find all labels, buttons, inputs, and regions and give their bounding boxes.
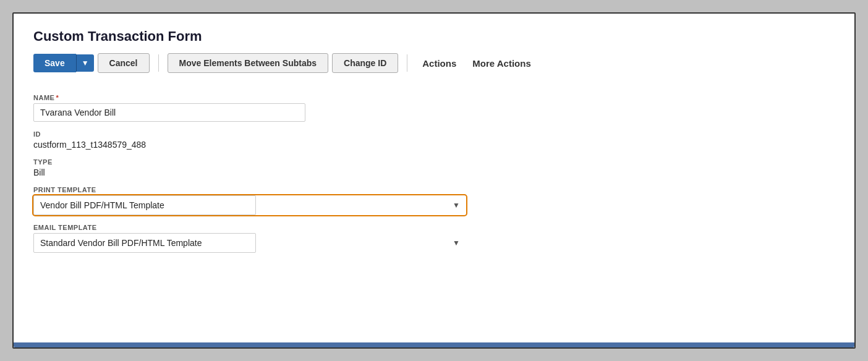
print-template-select[interactable]: Vendor Bill PDF/HTML Template Standard T… (33, 195, 256, 215)
email-template-dropdown-icon: ▼ (453, 239, 460, 247)
type-value: Bill (33, 168, 466, 177)
cancel-button[interactable]: Cancel (98, 53, 150, 73)
id-label: ID (33, 130, 466, 138)
toolbar-separator-2 (407, 54, 407, 72)
change-id-button[interactable]: Change ID (332, 53, 398, 73)
email-template-label: EMAIL TEMPLATE (33, 224, 466, 231)
email-template-field-group: EMAIL TEMPLATE Standard Vendor Bill PDF/… (33, 224, 466, 253)
save-dropdown-icon: ▼ (82, 59, 89, 67)
name-required: * (56, 94, 59, 101)
name-field-group: NAME* (33, 94, 466, 122)
name-input[interactable] (33, 103, 305, 122)
move-elements-button[interactable]: Move Elements Between Subtabs (168, 53, 329, 73)
name-label: NAME* (33, 94, 466, 101)
more-actions-button[interactable]: More Actions (466, 54, 537, 73)
form-section: NAME* ID custform_113_t1348579_488 TYPE … (33, 94, 466, 253)
actions-button[interactable]: Actions (416, 54, 462, 73)
email-template-select[interactable]: Standard Vendor Bill PDF/HTML Template C… (33, 233, 256, 253)
id-field-group: ID custform_113_t1348579_488 (33, 130, 466, 150)
save-dropdown-button[interactable]: ▼ (76, 54, 94, 72)
type-field-group: TYPE Bill (33, 158, 466, 177)
toolbar: Save ▼ Cancel Move Elements Between Subt… (33, 53, 835, 79)
print-template-dropdown-icon: ▼ (453, 201, 460, 210)
main-window: Custom Transaction Form Save ▼ Cancel Mo… (12, 12, 856, 349)
type-label: TYPE (33, 158, 466, 166)
bottom-bar (14, 342, 854, 347)
save-button-group: Save ▼ (33, 54, 94, 72)
print-template-field-group: PRINT TEMPLATE Vendor Bill PDF/HTML Temp… (33, 186, 466, 215)
email-template-select-wrapper: Standard Vendor Bill PDF/HTML Template C… (33, 233, 466, 253)
print-template-select-wrapper: Vendor Bill PDF/HTML Template Standard T… (33, 195, 466, 215)
print-template-label: PRINT TEMPLATE (33, 186, 466, 193)
id-value: custform_113_t1348579_488 (33, 140, 466, 150)
save-button[interactable]: Save (33, 54, 76, 72)
page-title: Custom Transaction Form (33, 28, 835, 45)
toolbar-separator-1 (158, 54, 159, 72)
